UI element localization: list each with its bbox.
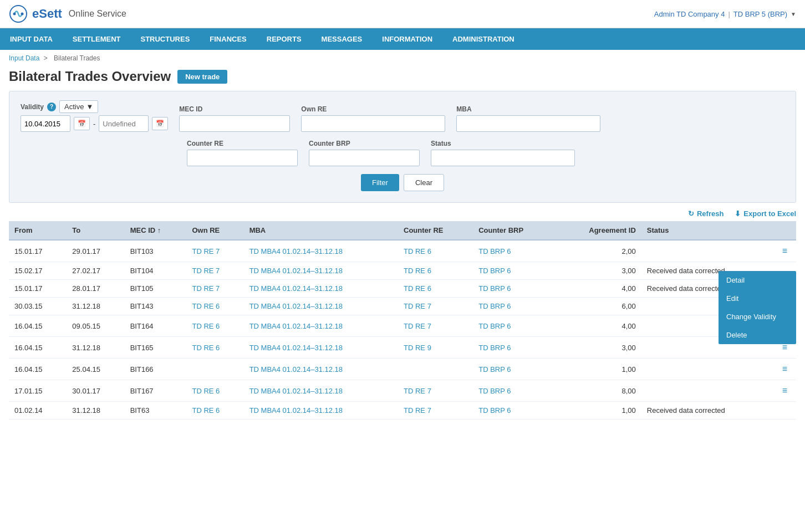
nav-structures[interactable]: STRUCTURES [130, 28, 200, 50]
breadcrumb-parent[interactable]: Input Data [9, 54, 39, 62]
cell-counter-brp[interactable]: TD BRP 6 [473, 380, 556, 402]
nav-input-data[interactable]: INPUT DATA [0, 28, 63, 50]
cell-counter-brp[interactable]: TD BRP 6 [473, 315, 556, 337]
date-to-input[interactable] [99, 115, 149, 132]
cell-mba[interactable]: TD MBA4 01.02.14–31.12.18 [244, 280, 398, 298]
cell-menu[interactable]: ≡ [773, 380, 796, 402]
link-counter_brp[interactable]: TD BRP 6 [478, 267, 511, 275]
link-counter_re[interactable]: TD RE 7 [404, 406, 431, 415]
cell-counter-brp[interactable]: TD BRP 6 [473, 402, 556, 420]
link-counter_brp[interactable]: TD BRP 6 [478, 284, 511, 293]
new-trade-button[interactable]: New trade [177, 70, 227, 84]
export-link[interactable]: ⬇ Export to Excel [735, 209, 796, 218]
link-own_re[interactable]: TD RE 7 [192, 247, 220, 255]
link-counter_brp[interactable]: TD BRP 6 [478, 387, 511, 395]
context-menu-detail[interactable]: Detail [719, 271, 796, 289]
link-counter_brp[interactable]: TD BRP 6 [478, 406, 511, 415]
cell-own-re[interactable]: TD RE 6 [186, 315, 243, 337]
nav-finances[interactable]: FINANCES [200, 28, 256, 50]
link-own_re[interactable]: TD RE 6 [192, 387, 220, 395]
nav-settlement[interactable]: SETTLEMENT [63, 28, 131, 50]
cell-counter-brp[interactable]: TD BRP 6 [473, 298, 556, 315]
counter-brp-input[interactable] [309, 150, 420, 166]
col-own-re[interactable]: Own RE [186, 221, 243, 240]
nav-administration[interactable]: ADMINISTRATION [442, 28, 524, 50]
link-counter_re[interactable]: TD RE 6 [404, 284, 431, 293]
link-mba[interactable]: TD MBA4 01.02.14–31.12.18 [249, 302, 343, 310]
cell-counter-re[interactable]: TD RE 7 [398, 402, 473, 420]
cell-mba[interactable]: TD MBA4 01.02.14–31.12.18 [244, 380, 398, 402]
link-counter_re[interactable]: TD RE 9 [404, 344, 431, 352]
row-menu-button[interactable]: ≡ [779, 363, 791, 375]
nav-messages[interactable]: MESSAGES [312, 28, 373, 50]
cell-mba[interactable]: TD MBA4 01.02.14–31.12.18 [244, 240, 398, 262]
cell-mba[interactable]: TD MBA4 01.02.14–31.12.18 [244, 315, 398, 337]
date-from-calendar-button[interactable]: 📅 [74, 117, 90, 130]
link-mba[interactable]: TD MBA4 01.02.14–31.12.18 [249, 247, 343, 255]
link-counter_re[interactable]: TD RE 7 [404, 322, 431, 330]
cell-own-re[interactable]: TD RE 7 [186, 240, 243, 262]
link-mba[interactable]: TD MBA4 01.02.14–31.12.18 [249, 267, 343, 275]
cell-own-re[interactable]: TD RE 7 [186, 262, 243, 280]
cell-mba[interactable]: TD MBA4 01.02.14–31.12.18 [244, 298, 398, 315]
cell-counter-re[interactable]: TD RE 7 [398, 315, 473, 337]
cell-own-re[interactable] [186, 359, 243, 380]
own-re-input[interactable] [301, 115, 445, 132]
cell-counter-re[interactable]: TD RE 9 [398, 337, 473, 359]
cell-menu[interactable]: ≡ [773, 240, 796, 262]
col-agreement-id[interactable]: Agreement ID [556, 221, 641, 240]
link-counter_brp[interactable]: TD BRP 6 [478, 344, 511, 352]
cell-counter-re[interactable]: TD RE 6 [398, 280, 473, 298]
cell-counter-brp[interactable]: TD BRP 6 [473, 262, 556, 280]
cell-counter-re[interactable]: TD RE 7 [398, 380, 473, 402]
clear-button[interactable]: Clear [404, 174, 444, 191]
context-menu-change-validity[interactable]: Change Validity [719, 308, 796, 326]
cell-counter-brp[interactable]: TD BRP 6 [473, 359, 556, 380]
link-counter_brp[interactable]: TD BRP 6 [478, 302, 511, 310]
refresh-link[interactable]: ↻ Refresh [688, 209, 724, 218]
link-mba[interactable]: TD MBA4 01.02.14–31.12.18 [249, 365, 343, 374]
link-own_re[interactable]: TD RE 6 [192, 302, 220, 310]
cell-menu[interactable]: ≡ [773, 359, 796, 380]
context-menu-delete[interactable]: Delete [719, 326, 796, 344]
status-input[interactable] [431, 150, 575, 166]
cell-own-re[interactable]: TD RE 6 [186, 298, 243, 315]
nav-information[interactable]: INFORMATION [372, 28, 442, 50]
cell-own-re[interactable]: TD RE 6 [186, 380, 243, 402]
link-own_re[interactable]: TD RE 7 [192, 284, 220, 293]
col-status[interactable]: Status [641, 221, 773, 240]
link-own_re[interactable]: TD RE 7 [192, 267, 220, 275]
active-dropdown[interactable]: Active ▼ [59, 100, 98, 113]
cell-counter-re[interactable]: TD RE 6 [398, 262, 473, 280]
cell-own-re[interactable]: TD RE 6 [186, 337, 243, 359]
col-counter-brp[interactable]: Counter BRP [473, 221, 556, 240]
link-own_re[interactable]: TD RE 6 [192, 344, 220, 352]
cell-mba[interactable]: TD MBA4 01.02.14–31.12.18 [244, 359, 398, 380]
link-counter_re[interactable]: TD RE 6 [404, 267, 431, 275]
link-counter_brp[interactable]: TD BRP 6 [478, 322, 511, 330]
cell-mba[interactable]: TD MBA4 01.02.14–31.12.18 [244, 262, 398, 280]
role-dropdown-arrow[interactable]: ▼ [791, 11, 796, 17]
mec-id-input[interactable] [179, 115, 290, 132]
validity-info-icon[interactable]: ? [47, 103, 56, 111]
cell-counter-brp[interactable]: TD BRP 6 [473, 337, 556, 359]
link-counter_re[interactable]: TD RE 6 [404, 247, 431, 255]
cell-counter-brp[interactable]: TD BRP 6 [473, 280, 556, 298]
cell-menu[interactable] [773, 402, 796, 420]
nav-reports[interactable]: REPORTS [257, 28, 312, 50]
row-menu-button[interactable]: ≡ [779, 245, 791, 257]
link-counter_re[interactable]: TD RE 7 [404, 387, 431, 395]
link-own_re[interactable]: TD RE 6 [192, 406, 220, 415]
cell-counter-re[interactable]: TD RE 7 [398, 298, 473, 315]
link-mba[interactable]: TD MBA4 01.02.14–31.12.18 [249, 284, 343, 293]
col-mba[interactable]: MBA [244, 221, 398, 240]
col-from[interactable]: From [9, 221, 67, 240]
date-to-calendar-button[interactable]: 📅 [152, 117, 168, 130]
date-from-input[interactable] [21, 115, 70, 132]
cell-counter-re[interactable]: TD RE 6 [398, 240, 473, 262]
cell-counter-re[interactable] [398, 359, 473, 380]
filter-button[interactable]: Filter [361, 174, 399, 191]
mba-input[interactable] [456, 115, 600, 132]
row-menu-button[interactable]: ≡ [779, 385, 791, 397]
link-counter_brp[interactable]: TD BRP 6 [478, 365, 511, 374]
